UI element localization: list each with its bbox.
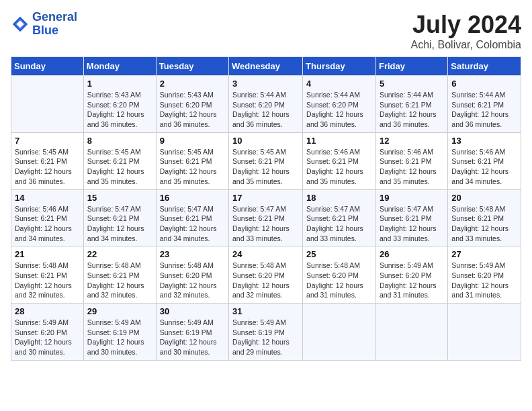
day-info: Sunrise: 5:43 AM Sunset: 6:20 PM Dayligh… bbox=[160, 90, 225, 130]
calendar-cell: 6Sunrise: 5:44 AM Sunset: 6:21 PM Daylig… bbox=[448, 76, 521, 133]
calendar-cell: 1Sunrise: 5:43 AM Sunset: 6:20 PM Daylig… bbox=[83, 76, 156, 133]
weekday-header-cell: Thursday bbox=[303, 57, 376, 76]
day-number: 5 bbox=[380, 79, 444, 89]
day-info: Sunrise: 5:49 AM Sunset: 6:19 PM Dayligh… bbox=[232, 318, 299, 357]
weekday-header-cell: Monday bbox=[83, 57, 156, 76]
day-number: 11 bbox=[306, 136, 372, 146]
calendar-cell bbox=[375, 304, 447, 361]
calendar-cell: 24Sunrise: 5:48 AM Sunset: 6:20 PM Dayli… bbox=[229, 246, 303, 304]
calendar-cell: 29Sunrise: 5:49 AM Sunset: 6:19 PM Dayli… bbox=[83, 304, 156, 361]
day-info: Sunrise: 5:47 AM Sunset: 6:21 PM Dayligh… bbox=[160, 204, 225, 244]
logo-line1: General bbox=[32, 10, 77, 24]
calendar-cell: 7Sunrise: 5:45 AM Sunset: 6:21 PM Daylig… bbox=[11, 132, 84, 189]
calendar-cell: 30Sunrise: 5:49 AM Sunset: 6:19 PM Dayli… bbox=[156, 304, 228, 361]
calendar-cell: 9Sunrise: 5:45 AM Sunset: 6:21 PM Daylig… bbox=[156, 132, 228, 189]
day-info: Sunrise: 5:49 AM Sunset: 6:20 PM Dayligh… bbox=[15, 318, 80, 357]
day-info: Sunrise: 5:49 AM Sunset: 6:19 PM Dayligh… bbox=[87, 318, 152, 357]
day-info: Sunrise: 5:47 AM Sunset: 6:21 PM Dayligh… bbox=[306, 204, 372, 244]
calendar-cell: 4Sunrise: 5:44 AM Sunset: 6:20 PM Daylig… bbox=[303, 76, 376, 133]
day-info: Sunrise: 5:48 AM Sunset: 6:20 PM Dayligh… bbox=[160, 261, 225, 300]
day-number: 29 bbox=[87, 306, 152, 316]
day-number: 8 bbox=[87, 136, 152, 146]
day-number: 18 bbox=[306, 193, 372, 203]
day-number: 21 bbox=[15, 249, 80, 259]
weekday-header-row: SundayMondayTuesdayWednesdayThursdayFrid… bbox=[11, 57, 521, 76]
day-info: Sunrise: 5:46 AM Sunset: 6:21 PM Dayligh… bbox=[15, 204, 80, 244]
calendar-week-row: 1Sunrise: 5:43 AM Sunset: 6:20 PM Daylig… bbox=[11, 76, 521, 133]
calendar-cell: 17Sunrise: 5:47 AM Sunset: 6:21 PM Dayli… bbox=[229, 189, 303, 246]
day-number: 31 bbox=[232, 306, 299, 316]
calendar-cell: 10Sunrise: 5:45 AM Sunset: 6:21 PM Dayli… bbox=[229, 132, 303, 189]
calendar-cell: 25Sunrise: 5:48 AM Sunset: 6:20 PM Dayli… bbox=[303, 246, 376, 304]
day-number: 23 bbox=[160, 249, 225, 259]
day-info: Sunrise: 5:44 AM Sunset: 6:21 PM Dayligh… bbox=[380, 90, 444, 130]
day-number: 3 bbox=[232, 79, 299, 89]
day-number: 30 bbox=[160, 306, 225, 316]
calendar-cell: 2Sunrise: 5:43 AM Sunset: 6:20 PM Daylig… bbox=[156, 76, 228, 133]
calendar-cell: 12Sunrise: 5:46 AM Sunset: 6:21 PM Dayli… bbox=[375, 132, 447, 189]
calendar-cell: 16Sunrise: 5:47 AM Sunset: 6:21 PM Dayli… bbox=[156, 189, 228, 246]
day-number: 9 bbox=[160, 136, 225, 146]
logo-line2: Blue bbox=[32, 24, 58, 37]
logo-text: General Blue bbox=[32, 11, 77, 38]
day-number: 16 bbox=[160, 193, 225, 203]
day-number: 7 bbox=[15, 136, 80, 146]
day-info: Sunrise: 5:45 AM Sunset: 6:21 PM Dayligh… bbox=[232, 147, 299, 187]
calendar-cell: 26Sunrise: 5:49 AM Sunset: 6:20 PM Dayli… bbox=[375, 246, 447, 304]
calendar-cell: 5Sunrise: 5:44 AM Sunset: 6:21 PM Daylig… bbox=[375, 76, 447, 133]
weekday-header-cell: Saturday bbox=[448, 57, 521, 76]
day-info: Sunrise: 5:49 AM Sunset: 6:19 PM Dayligh… bbox=[160, 318, 225, 357]
calendar-cell: 15Sunrise: 5:47 AM Sunset: 6:21 PM Dayli… bbox=[83, 189, 156, 246]
calendar-cell: 31Sunrise: 5:49 AM Sunset: 6:19 PM Dayli… bbox=[229, 304, 303, 361]
day-info: Sunrise: 5:46 AM Sunset: 6:21 PM Dayligh… bbox=[306, 147, 372, 187]
day-number: 14 bbox=[15, 193, 80, 203]
day-info: Sunrise: 5:48 AM Sunset: 6:20 PM Dayligh… bbox=[306, 261, 372, 300]
calendar-cell: 21Sunrise: 5:48 AM Sunset: 6:21 PM Dayli… bbox=[11, 246, 84, 304]
calendar-week-row: 21Sunrise: 5:48 AM Sunset: 6:21 PM Dayli… bbox=[11, 246, 521, 304]
calendar-cell: 13Sunrise: 5:46 AM Sunset: 6:21 PM Dayli… bbox=[448, 132, 521, 189]
day-number: 4 bbox=[306, 79, 372, 89]
day-info: Sunrise: 5:47 AM Sunset: 6:21 PM Dayligh… bbox=[232, 204, 299, 244]
day-number: 22 bbox=[87, 249, 152, 259]
day-number: 2 bbox=[160, 79, 225, 89]
calendar-cell: 19Sunrise: 5:47 AM Sunset: 6:21 PM Dayli… bbox=[375, 189, 447, 246]
day-info: Sunrise: 5:45 AM Sunset: 6:21 PM Dayligh… bbox=[160, 147, 225, 187]
weekday-header-cell: Friday bbox=[375, 57, 447, 76]
day-number: 26 bbox=[380, 249, 444, 259]
day-info: Sunrise: 5:47 AM Sunset: 6:21 PM Dayligh… bbox=[87, 204, 152, 244]
day-info: Sunrise: 5:49 AM Sunset: 6:20 PM Dayligh… bbox=[451, 261, 517, 300]
page-header: General Blue July 2024 Achi, Bolivar, Co… bbox=[11, 11, 521, 51]
day-number: 12 bbox=[380, 136, 444, 146]
day-info: Sunrise: 5:43 AM Sunset: 6:20 PM Dayligh… bbox=[87, 90, 152, 130]
day-number: 20 bbox=[451, 193, 517, 203]
calendar-week-row: 7Sunrise: 5:45 AM Sunset: 6:21 PM Daylig… bbox=[11, 132, 521, 189]
calendar-body: 1Sunrise: 5:43 AM Sunset: 6:20 PM Daylig… bbox=[11, 76, 521, 361]
weekday-header-cell: Wednesday bbox=[229, 57, 303, 76]
weekday-header-cell: Sunday bbox=[11, 57, 84, 76]
day-number: 6 bbox=[451, 79, 517, 89]
calendar-week-row: 14Sunrise: 5:46 AM Sunset: 6:21 PM Dayli… bbox=[11, 189, 521, 246]
day-info: Sunrise: 5:48 AM Sunset: 6:21 PM Dayligh… bbox=[451, 204, 517, 244]
calendar-cell: 23Sunrise: 5:48 AM Sunset: 6:20 PM Dayli… bbox=[156, 246, 228, 304]
day-number: 15 bbox=[87, 193, 152, 203]
day-info: Sunrise: 5:44 AM Sunset: 6:20 PM Dayligh… bbox=[306, 90, 372, 130]
day-number: 25 bbox=[306, 249, 372, 259]
title-block: July 2024 Achi, Bolivar, Colombia bbox=[410, 11, 521, 51]
day-number: 17 bbox=[232, 193, 299, 203]
month-title: July 2024 bbox=[410, 11, 521, 39]
calendar-cell bbox=[448, 304, 521, 361]
day-number: 27 bbox=[451, 249, 517, 259]
day-number: 19 bbox=[380, 193, 444, 203]
day-info: Sunrise: 5:46 AM Sunset: 6:21 PM Dayligh… bbox=[380, 147, 444, 187]
day-info: Sunrise: 5:48 AM Sunset: 6:21 PM Dayligh… bbox=[87, 261, 152, 300]
day-info: Sunrise: 5:45 AM Sunset: 6:21 PM Dayligh… bbox=[15, 147, 80, 187]
logo-icon bbox=[11, 15, 30, 34]
day-info: Sunrise: 5:48 AM Sunset: 6:20 PM Dayligh… bbox=[232, 261, 299, 300]
calendar-week-row: 28Sunrise: 5:49 AM Sunset: 6:20 PM Dayli… bbox=[11, 304, 521, 361]
calendar-cell: 20Sunrise: 5:48 AM Sunset: 6:21 PM Dayli… bbox=[448, 189, 521, 246]
day-info: Sunrise: 5:47 AM Sunset: 6:21 PM Dayligh… bbox=[380, 204, 444, 244]
day-info: Sunrise: 5:44 AM Sunset: 6:21 PM Dayligh… bbox=[451, 90, 517, 130]
day-info: Sunrise: 5:46 AM Sunset: 6:21 PM Dayligh… bbox=[451, 147, 517, 187]
calendar-cell: 22Sunrise: 5:48 AM Sunset: 6:21 PM Dayli… bbox=[83, 246, 156, 304]
logo: General Blue bbox=[11, 11, 77, 38]
